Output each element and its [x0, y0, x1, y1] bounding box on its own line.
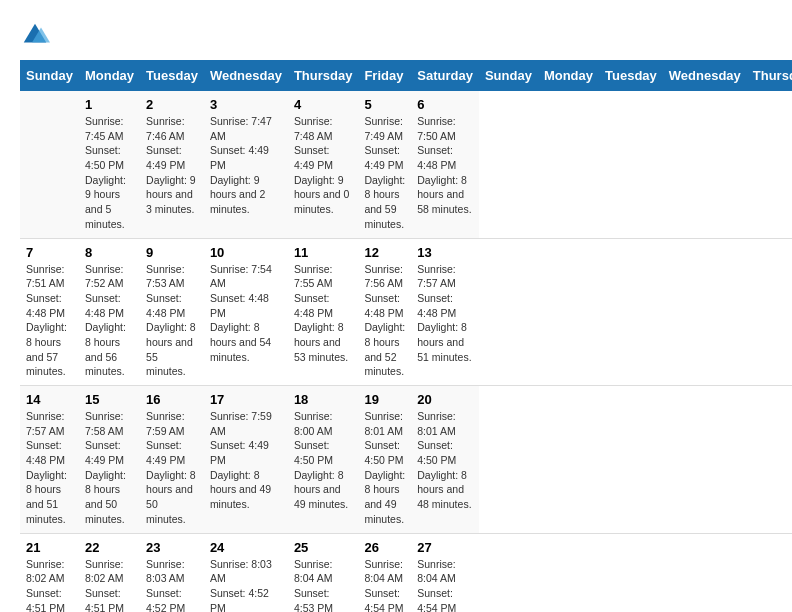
calendar-cell: 25Sunrise: 8:04 AMSunset: 4:53 PMDayligh…: [288, 533, 359, 612]
calendar-week-row: 21Sunrise: 8:02 AMSunset: 4:51 PMDayligh…: [20, 533, 792, 612]
calendar-table: SundayMondayTuesdayWednesdayThursdayFrid…: [20, 60, 792, 612]
calendar-cell: 6Sunrise: 7:50 AMSunset: 4:48 PMDaylight…: [411, 91, 479, 238]
day-info: Sunrise: 8:01 AMSunset: 4:50 PMDaylight:…: [364, 409, 405, 527]
day-info: Sunrise: 7:45 AMSunset: 4:50 PMDaylight:…: [85, 114, 134, 232]
header-day-tuesday: Tuesday: [599, 60, 663, 91]
day-number: 17: [210, 392, 282, 407]
day-info: Sunrise: 7:56 AMSunset: 4:48 PMDaylight:…: [364, 262, 405, 380]
calendar-cell: 17Sunrise: 7:59 AMSunset: 4:49 PMDayligh…: [204, 386, 288, 534]
day-number: 25: [294, 540, 353, 555]
calendar-cell: 19Sunrise: 8:01 AMSunset: 4:50 PMDayligh…: [358, 386, 411, 534]
day-info: Sunrise: 8:04 AMSunset: 4:54 PMDaylight:…: [417, 557, 473, 613]
calendar-cell: 2Sunrise: 7:46 AMSunset: 4:49 PMDaylight…: [140, 91, 204, 238]
day-info: Sunrise: 8:02 AMSunset: 4:51 PMDaylight:…: [26, 557, 73, 613]
day-number: 19: [364, 392, 405, 407]
day-number: 11: [294, 245, 353, 260]
day-info: Sunrise: 7:53 AMSunset: 4:48 PMDaylight:…: [146, 262, 198, 380]
calendar-cell: 21Sunrise: 8:02 AMSunset: 4:51 PMDayligh…: [20, 533, 79, 612]
day-info: Sunrise: 7:50 AMSunset: 4:48 PMDaylight:…: [417, 114, 473, 217]
calendar-cell: 27Sunrise: 8:04 AMSunset: 4:54 PMDayligh…: [411, 533, 479, 612]
day-info: Sunrise: 8:04 AMSunset: 4:53 PMDaylight:…: [294, 557, 353, 613]
calendar-cell: 9Sunrise: 7:53 AMSunset: 4:48 PMDaylight…: [140, 238, 204, 386]
header-thursday: Thursday: [288, 60, 359, 91]
day-number: 23: [146, 540, 198, 555]
day-number: 5: [364, 97, 405, 112]
day-info: Sunrise: 8:00 AMSunset: 4:50 PMDaylight:…: [294, 409, 353, 512]
page-header: [20, 20, 772, 50]
calendar-cell: 7Sunrise: 7:51 AMSunset: 4:48 PMDaylight…: [20, 238, 79, 386]
day-number: 12: [364, 245, 405, 260]
day-info: Sunrise: 8:03 AMSunset: 4:52 PMDaylight:…: [146, 557, 198, 613]
calendar-cell: 8Sunrise: 7:52 AMSunset: 4:48 PMDaylight…: [79, 238, 140, 386]
day-info: Sunrise: 8:04 AMSunset: 4:54 PMDaylight:…: [364, 557, 405, 613]
day-number: 20: [417, 392, 473, 407]
header-saturday: Saturday: [411, 60, 479, 91]
calendar-week-row: 7Sunrise: 7:51 AMSunset: 4:48 PMDaylight…: [20, 238, 792, 386]
day-number: 9: [146, 245, 198, 260]
day-number: 26: [364, 540, 405, 555]
day-info: Sunrise: 7:57 AMSunset: 4:48 PMDaylight:…: [417, 262, 473, 365]
day-number: 16: [146, 392, 198, 407]
day-info: Sunrise: 8:01 AMSunset: 4:50 PMDaylight:…: [417, 409, 473, 512]
day-number: 27: [417, 540, 473, 555]
calendar-cell: 15Sunrise: 7:58 AMSunset: 4:49 PMDayligh…: [79, 386, 140, 534]
calendar-cell: 22Sunrise: 8:02 AMSunset: 4:51 PMDayligh…: [79, 533, 140, 612]
calendar-cell: 26Sunrise: 8:04 AMSunset: 4:54 PMDayligh…: [358, 533, 411, 612]
day-info: Sunrise: 8:03 AMSunset: 4:52 PMDaylight:…: [210, 557, 282, 613]
day-info: Sunrise: 7:58 AMSunset: 4:49 PMDaylight:…: [85, 409, 134, 527]
calendar-cell: 1Sunrise: 7:45 AMSunset: 4:50 PMDaylight…: [79, 91, 140, 238]
day-number: 24: [210, 540, 282, 555]
calendar-cell: 3Sunrise: 7:47 AMSunset: 4:49 PMDaylight…: [204, 91, 288, 238]
header-day-monday: Monday: [538, 60, 599, 91]
calendar-cell: 18Sunrise: 8:00 AMSunset: 4:50 PMDayligh…: [288, 386, 359, 534]
header-sunday: Sunday: [20, 60, 79, 91]
day-info: Sunrise: 7:55 AMSunset: 4:48 PMDaylight:…: [294, 262, 353, 365]
logo-icon: [20, 20, 50, 50]
day-number: 13: [417, 245, 473, 260]
calendar-cell: 14Sunrise: 7:57 AMSunset: 4:48 PMDayligh…: [20, 386, 79, 534]
calendar-cell: 10Sunrise: 7:54 AMSunset: 4:48 PMDayligh…: [204, 238, 288, 386]
day-info: Sunrise: 8:02 AMSunset: 4:51 PMDaylight:…: [85, 557, 134, 613]
calendar-cell: [20, 91, 79, 238]
day-number: 7: [26, 245, 73, 260]
day-info: Sunrise: 7:49 AMSunset: 4:49 PMDaylight:…: [364, 114, 405, 232]
calendar-cell: 11Sunrise: 7:55 AMSunset: 4:48 PMDayligh…: [288, 238, 359, 386]
calendar-header-row: SundayMondayTuesdayWednesdayThursdayFrid…: [20, 60, 792, 91]
day-info: Sunrise: 7:48 AMSunset: 4:49 PMDaylight:…: [294, 114, 353, 217]
day-number: 6: [417, 97, 473, 112]
header-day-sunday: Sunday: [479, 60, 538, 91]
calendar-cell: 24Sunrise: 8:03 AMSunset: 4:52 PMDayligh…: [204, 533, 288, 612]
day-info: Sunrise: 7:54 AMSunset: 4:48 PMDaylight:…: [210, 262, 282, 365]
day-number: 14: [26, 392, 73, 407]
day-info: Sunrise: 7:59 AMSunset: 4:49 PMDaylight:…: [146, 409, 198, 527]
day-info: Sunrise: 7:46 AMSunset: 4:49 PMDaylight:…: [146, 114, 198, 217]
day-number: 15: [85, 392, 134, 407]
calendar-week-row: 14Sunrise: 7:57 AMSunset: 4:48 PMDayligh…: [20, 386, 792, 534]
day-number: 21: [26, 540, 73, 555]
header-friday: Friday: [358, 60, 411, 91]
day-info: Sunrise: 7:57 AMSunset: 4:48 PMDaylight:…: [26, 409, 73, 527]
day-info: Sunrise: 7:52 AMSunset: 4:48 PMDaylight:…: [85, 262, 134, 380]
logo: [20, 20, 54, 50]
header-tuesday: Tuesday: [140, 60, 204, 91]
day-info: Sunrise: 7:59 AMSunset: 4:49 PMDaylight:…: [210, 409, 282, 512]
day-number: 2: [146, 97, 198, 112]
day-number: 22: [85, 540, 134, 555]
day-info: Sunrise: 7:51 AMSunset: 4:48 PMDaylight:…: [26, 262, 73, 380]
day-number: 4: [294, 97, 353, 112]
header-day-thursday: Thursday: [747, 60, 792, 91]
calendar-cell: 23Sunrise: 8:03 AMSunset: 4:52 PMDayligh…: [140, 533, 204, 612]
calendar-week-row: 1Sunrise: 7:45 AMSunset: 4:50 PMDaylight…: [20, 91, 792, 238]
calendar-cell: 16Sunrise: 7:59 AMSunset: 4:49 PMDayligh…: [140, 386, 204, 534]
calendar-cell: 12Sunrise: 7:56 AMSunset: 4:48 PMDayligh…: [358, 238, 411, 386]
day-number: 18: [294, 392, 353, 407]
day-number: 8: [85, 245, 134, 260]
day-number: 1: [85, 97, 134, 112]
calendar-cell: 4Sunrise: 7:48 AMSunset: 4:49 PMDaylight…: [288, 91, 359, 238]
day-info: Sunrise: 7:47 AMSunset: 4:49 PMDaylight:…: [210, 114, 282, 217]
calendar-cell: 13Sunrise: 7:57 AMSunset: 4:48 PMDayligh…: [411, 238, 479, 386]
header-monday: Monday: [79, 60, 140, 91]
day-number: 10: [210, 245, 282, 260]
header-day-wednesday: Wednesday: [663, 60, 747, 91]
header-wednesday: Wednesday: [204, 60, 288, 91]
